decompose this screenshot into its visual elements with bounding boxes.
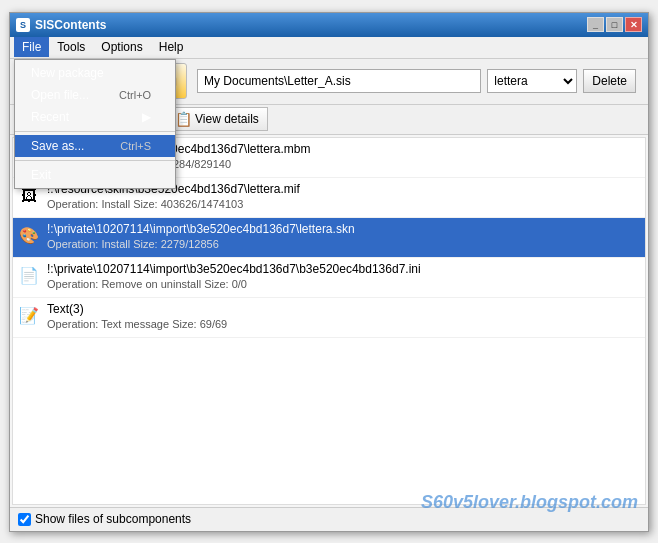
component-dropdown[interactable]: lettera [487, 69, 577, 93]
file-icon-3: 🎨 [19, 224, 39, 248]
file-info-5: Text(3) Operation: Text message Size: 69… [47, 302, 639, 330]
menu-options[interactable]: Options [93, 37, 150, 57]
file-path-4: !:\private\10207114\import\b3e520ec4bd13… [47, 262, 639, 276]
file-info-3: !:\private\10207114\import\b3e520ec4bd13… [47, 222, 639, 250]
file-icon-4: 📄 [19, 264, 39, 288]
separator-2 [15, 160, 175, 161]
file-op-3: Operation: Install Size: 2279/12856 [47, 238, 639, 250]
window-title: SISContents [35, 18, 106, 32]
view-details-icon: 📋 [175, 111, 192, 127]
menubar: File New package Open file... Ctrl+O Rec… [10, 37, 648, 59]
file-op-4: Operation: Remove on uninstall Size: 0/0 [47, 278, 639, 290]
menu-open-file[interactable]: Open file... Ctrl+O [15, 84, 175, 106]
maximize-button[interactable]: □ [606, 17, 623, 32]
address-delete-button[interactable]: Delete [583, 69, 636, 93]
menu-help[interactable]: Help [151, 37, 192, 57]
table-row[interactable]: 📄 !:\private\10207114\import\b3e520ec4bd… [13, 258, 645, 298]
menu-file[interactable]: File New package Open file... Ctrl+O Rec… [14, 37, 49, 57]
menu-new-package[interactable]: New package [15, 62, 175, 84]
file-dropdown-menu: New package Open file... Ctrl+O Recent ▶… [14, 59, 176, 189]
app-icon: S [16, 18, 30, 32]
file-info-4: !:\private\10207114\import\b3e520ec4bd13… [47, 262, 639, 290]
title-bar: S SISContents _ □ ✕ [10, 13, 648, 37]
address-bar: lettera Delete [191, 69, 642, 93]
file-path-5: Text(3) [47, 302, 639, 316]
separator-1 [15, 131, 175, 132]
main-window: S SISContents _ □ ✕ File New package Ope… [9, 12, 649, 532]
file-path-3: !:\private\10207114\import\b3e520ec4bd13… [47, 222, 639, 236]
menu-exit[interactable]: Exit [15, 164, 175, 186]
recent-submenu-arrow: ▶ [142, 110, 151, 124]
status-bar: Show files of subcomponents [10, 507, 648, 531]
file-icon-5: 📝 [19, 304, 39, 328]
table-row[interactable]: 📝 Text(3) Operation: Text message Size: … [13, 298, 645, 338]
file-op-2: Operation: Install Size: 403626/1474103 [47, 198, 639, 210]
file-list: 🖼 !:\resource\skins\b3e520ec4bd136d7\let… [12, 137, 646, 505]
app-icon-text: S [20, 20, 26, 30]
menu-save-as[interactable]: Save as... Ctrl+S [15, 135, 175, 157]
close-button[interactable]: ✕ [625, 17, 642, 32]
show-subcomponents-checkbox[interactable] [18, 513, 31, 526]
minimize-button[interactable]: _ [587, 17, 604, 32]
title-controls: _ □ ✕ [587, 17, 642, 32]
table-row[interactable]: 🎨 !:\private\10207114\import\b3e520ec4bd… [13, 218, 645, 258]
menu-recent[interactable]: Recent ▶ [15, 106, 175, 128]
menu-tools[interactable]: Tools [49, 37, 93, 57]
file-op-5: Operation: Text message Size: 69/69 [47, 318, 639, 330]
view-details-button[interactable]: 📋 View details [166, 107, 268, 131]
show-subcomponents-label[interactable]: Show files of subcomponents [18, 512, 191, 526]
title-bar-left: S SISContents [16, 18, 106, 32]
path-input[interactable] [197, 69, 481, 93]
